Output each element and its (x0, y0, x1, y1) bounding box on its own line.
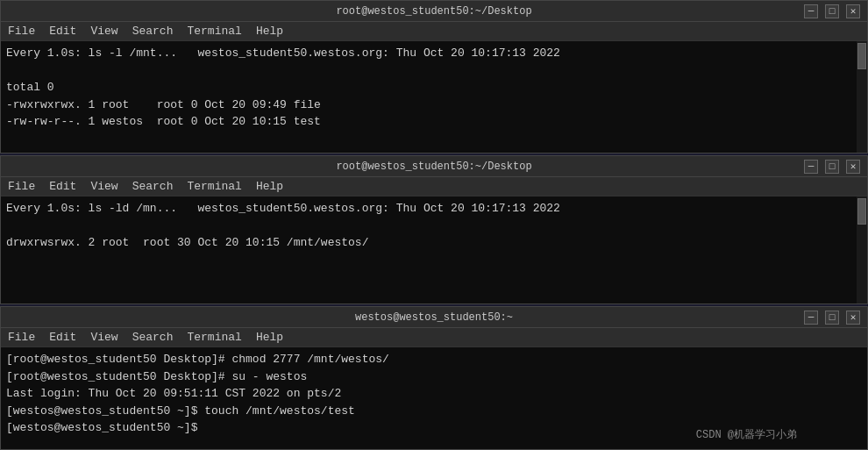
menu-edit-1[interactable]: Edit (49, 25, 76, 38)
minimize-btn-2[interactable]: ─ (804, 160, 818, 174)
menu-view-1[interactable]: View (90, 25, 117, 38)
scrollbar-thumb-1[interactable] (857, 43, 866, 69)
window-title-3: westos@westos_student50:~ (355, 311, 513, 324)
title-bar-2: root@westos_student50:~/Desktop ─ □ ✕ (1, 156, 867, 177)
menu-search-2[interactable]: Search (132, 180, 174, 193)
menu-bar-2: File Edit View Search Terminal Help (1, 177, 867, 196)
menu-search-3[interactable]: Search (132, 331, 174, 344)
maximize-btn-3[interactable]: □ (825, 311, 839, 325)
menu-file-1[interactable]: File (8, 25, 35, 38)
maximize-btn-2[interactable]: □ (825, 160, 839, 174)
menu-bar-3: File Edit View Search Terminal Help (1, 328, 867, 347)
menu-file-3[interactable]: File (8, 331, 35, 344)
close-btn-1[interactable]: ✕ (846, 4, 860, 18)
content-wrapper-2: Every 1.0s: ls -ld /mn... westos_student… (1, 196, 867, 304)
scrollbar-2[interactable] (857, 196, 867, 304)
terminal-window-2: root@westos_student50:~/Desktop ─ □ ✕ Fi… (0, 155, 868, 304)
maximize-btn-1[interactable]: □ (825, 4, 839, 18)
menu-help-2[interactable]: Help (256, 180, 283, 193)
menu-terminal-2[interactable]: Terminal (187, 180, 241, 193)
close-btn-3[interactable]: ✕ (846, 311, 860, 325)
title-bar-1: root@westos_student50:~/Desktop ─ □ ✕ (1, 1, 867, 22)
menu-help-3[interactable]: Help (256, 331, 283, 344)
menu-edit-2[interactable]: Edit (49, 180, 76, 193)
menu-help-1[interactable]: Help (256, 25, 283, 38)
terminal-text-3: [root@westos_student50 Desktop]# chmod 2… (6, 351, 855, 437)
menu-view-2[interactable]: View (90, 180, 117, 193)
minimize-btn-1[interactable]: ─ (804, 4, 818, 18)
scrollbar-thumb-2[interactable] (857, 198, 866, 225)
menu-terminal-1[interactable]: Terminal (187, 25, 241, 38)
terminal-content-1: Every 1.0s: ls -l /mnt... westos_student… (1, 41, 867, 153)
title-bar-3: westos@westos_student50:~ ─ □ ✕ (1, 307, 867, 328)
window-title-1: root@westos_student50:~/Desktop (336, 5, 531, 18)
content-wrapper-1: Every 1.0s: ls -l /mnt... westos_student… (1, 41, 867, 153)
scrollbar-1[interactable] (857, 41, 867, 153)
minimize-btn-3[interactable]: ─ (804, 311, 818, 325)
terminal-window-3: westos@westos_student50:~ ─ □ ✕ File Edi… (0, 306, 868, 450)
menu-terminal-3[interactable]: Terminal (187, 331, 241, 344)
watermark: CSDN @机器学习小弟 (696, 427, 797, 442)
menu-view-3[interactable]: View (90, 331, 117, 344)
menu-file-2[interactable]: File (8, 180, 35, 193)
menu-bar-1: File Edit View Search Terminal Help (1, 22, 867, 41)
window-title-2: root@westos_student50:~/Desktop (336, 161, 531, 173)
window-controls-3: ─ □ ✕ (804, 311, 860, 325)
terminal-window-1: root@westos_student50:~/Desktop ─ □ ✕ Fi… (0, 0, 868, 154)
terminal-text-1: Every 1.0s: ls -l /mnt... westos_student… (6, 45, 855, 131)
window-controls-2: ─ □ ✕ (804, 160, 860, 174)
menu-search-1[interactable]: Search (132, 25, 174, 38)
terminal-content-2: Every 1.0s: ls -ld /mn... westos_student… (1, 196, 867, 304)
terminal-text-2: Every 1.0s: ls -ld /mn... westos_student… (6, 200, 855, 252)
close-btn-2[interactable]: ✕ (846, 160, 860, 174)
menu-edit-3[interactable]: Edit (49, 331, 76, 344)
window-controls-1: ─ □ ✕ (804, 4, 860, 18)
